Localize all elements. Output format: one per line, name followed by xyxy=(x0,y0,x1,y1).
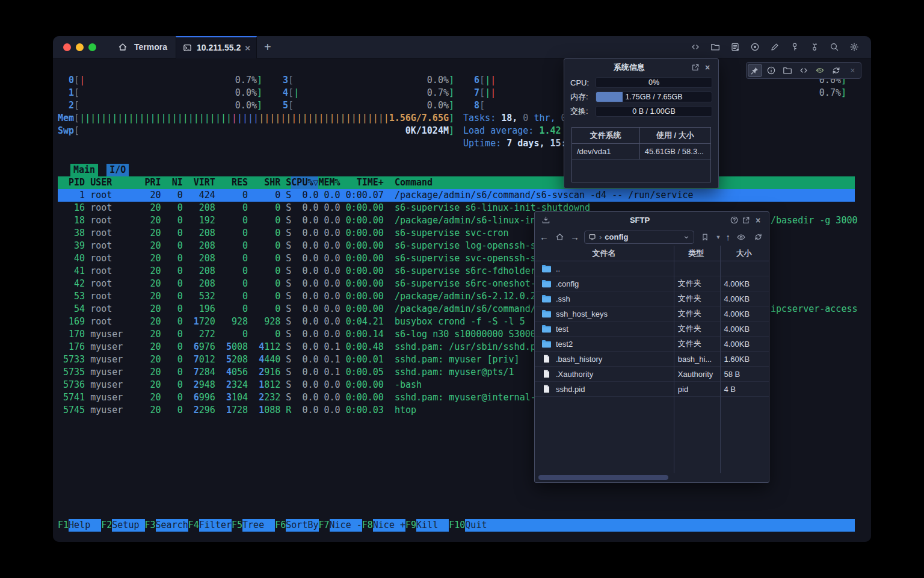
pin-icon[interactable] xyxy=(748,64,762,77)
fn-key-label[interactable]: SortBy xyxy=(286,519,318,532)
home-icon[interactable] xyxy=(553,231,565,243)
folder-icon xyxy=(541,340,552,348)
fn-key[interactable]: F3 xyxy=(145,519,156,532)
fs-usage: 45.61GB / 58.3... xyxy=(640,144,710,160)
edit-icon[interactable] xyxy=(768,40,782,54)
sftp-file-row[interactable]: sshd.pidpid4 B xyxy=(535,382,769,397)
file-name: ssh_host_keys xyxy=(556,309,608,319)
sftp-file-row[interactable]: .config文件夹4.00KB xyxy=(535,276,769,291)
cpu-meter-3: 3[0.0%] xyxy=(272,74,454,87)
file-icon xyxy=(541,385,552,393)
info-icon[interactable] xyxy=(764,64,778,77)
sftp-file-row[interactable]: .. xyxy=(535,261,769,276)
path-combobox[interactable]: › config xyxy=(584,231,694,244)
htop-tab-main[interactable]: Main xyxy=(70,164,98,176)
sftp-file-row[interactable]: ssh_host_keys文件夹4.00KB xyxy=(535,306,769,322)
process-row[interactable]: 1 root 20 0 424 0 0 S 0.0 0.0 0:00.07 /p… xyxy=(58,189,855,202)
download-icon[interactable] xyxy=(540,214,552,226)
tab-ssh-session[interactable]: 10.211.55.2 × xyxy=(176,36,257,58)
path-separator: › xyxy=(599,232,602,241)
fn-key[interactable]: F10 xyxy=(449,519,465,532)
close-window-button[interactable] xyxy=(63,43,71,51)
fn-key-label[interactable]: Filter xyxy=(199,519,232,532)
sftp-file-row[interactable]: .bash_historybash_hi...1.60KB xyxy=(535,352,769,367)
system-meters: CPU:0%内存:1.75GB / 7.65GB交换:0 B / 1.00GB xyxy=(564,75,718,119)
folder-icon xyxy=(541,309,552,318)
terminal-icon xyxy=(182,40,192,55)
search-icon[interactable] xyxy=(827,40,842,54)
close-tab-icon[interactable]: × xyxy=(245,43,250,53)
file-icon xyxy=(541,370,552,378)
close-icon[interactable]: × xyxy=(845,64,860,77)
file-size: 4.00KB xyxy=(719,340,769,349)
nvidia-icon[interactable] xyxy=(813,64,827,77)
sftp-toolbar: ← → › config ▼ ↑ xyxy=(535,228,769,246)
folder-icon xyxy=(541,279,552,288)
help-icon[interactable] xyxy=(728,214,740,226)
refresh-icon[interactable] xyxy=(829,64,843,77)
folder-icon xyxy=(541,294,552,303)
sftp-file-row[interactable]: .XauthorityXauthority58 B xyxy=(535,367,769,382)
close-panel-icon[interactable]: × xyxy=(701,61,713,73)
sftp-file-row[interactable]: test文件夹4.00KB xyxy=(535,322,769,337)
eye-icon[interactable] xyxy=(735,231,747,243)
minimize-window-button[interactable] xyxy=(76,43,84,51)
open-in-window-icon[interactable] xyxy=(740,214,752,226)
settings-icon[interactable] xyxy=(847,40,861,54)
zoom-window-button[interactable] xyxy=(88,43,96,51)
fn-key[interactable]: F6 xyxy=(275,519,286,532)
fn-key-label[interactable]: Setup xyxy=(112,519,144,532)
folder-icon[interactable] xyxy=(708,40,722,54)
code-icon[interactable] xyxy=(796,64,811,77)
refresh-icon[interactable] xyxy=(752,231,764,243)
fn-key-label[interactable]: Kill xyxy=(416,519,449,532)
forward-icon[interactable]: → xyxy=(570,232,579,242)
fn-key[interactable]: F2 xyxy=(101,519,112,532)
open-in-window-icon[interactable] xyxy=(689,61,701,73)
log-icon[interactable] xyxy=(728,40,742,54)
code-icon[interactable] xyxy=(688,40,703,54)
sftp-file-row[interactable]: .ssh文件夹4.00KB xyxy=(535,291,769,306)
cpu-meter-1: 1[0.0%] xyxy=(58,87,262,99)
fn-key[interactable]: F4 xyxy=(188,519,199,532)
folder-icon[interactable] xyxy=(780,64,795,77)
bookmark-caret-icon[interactable]: ▼ xyxy=(716,234,721,240)
fs-device: /dev/vda1 xyxy=(572,144,640,160)
sftp-table-header: 文件名 类型 大小 xyxy=(535,246,769,261)
sftp-file-row[interactable]: test2文件夹4.00KB xyxy=(535,337,769,352)
htop-tab-io[interactable]: I/O xyxy=(106,164,129,176)
key-icon[interactable] xyxy=(787,40,802,54)
fn-key[interactable]: F1 xyxy=(58,519,69,532)
fn-key-label[interactable]: Quit xyxy=(465,519,497,532)
back-icon[interactable]: ← xyxy=(540,232,549,242)
fn-key[interactable]: F9 xyxy=(405,519,416,532)
fn-key-label[interactable]: Nice - xyxy=(330,519,362,532)
fn-key-label[interactable]: Nice + xyxy=(373,519,405,532)
close-panel-icon[interactable]: × xyxy=(752,214,764,226)
traffic-lights xyxy=(53,43,107,51)
cpu-meter-4: 4[|0.7%] xyxy=(272,87,454,99)
record-icon[interactable] xyxy=(748,40,762,54)
chevron-down-icon[interactable] xyxy=(683,234,690,241)
file-name: .. xyxy=(556,264,560,273)
folder-icon xyxy=(541,264,552,273)
sort-column-cpu[interactable]: CPU%▽ xyxy=(291,176,318,189)
file-type: 文件夹 xyxy=(673,308,719,319)
new-tab-button[interactable]: + xyxy=(257,40,279,54)
memory-meter: Mem[||||||||||||||||||||||||||||||||||||… xyxy=(58,112,454,125)
fn-key[interactable]: F7 xyxy=(319,519,330,532)
horizontal-scrollbar[interactable] xyxy=(538,475,668,480)
meter-label: 交换: xyxy=(570,106,596,117)
system-info-panel: 系统信息 × CPU:0%内存:1.75GB / 7.65GB交换:0 B / … xyxy=(564,58,719,188)
fn-key-label[interactable]: Tree xyxy=(242,519,275,532)
fn-key[interactable]: F5 xyxy=(232,519,242,532)
keychain-icon[interactable] xyxy=(807,40,822,54)
tab-home[interactable]: Termora xyxy=(107,36,176,58)
fn-key-label[interactable]: Search xyxy=(156,519,188,532)
up-directory-icon[interactable]: ↑ xyxy=(726,232,731,242)
sftp-title: SFTP xyxy=(552,216,728,225)
bookmark-icon[interactable] xyxy=(699,231,711,243)
fn-key-label[interactable]: Help xyxy=(69,519,101,532)
fn-key[interactable]: F8 xyxy=(362,519,373,532)
app-title: Termora xyxy=(134,42,167,52)
